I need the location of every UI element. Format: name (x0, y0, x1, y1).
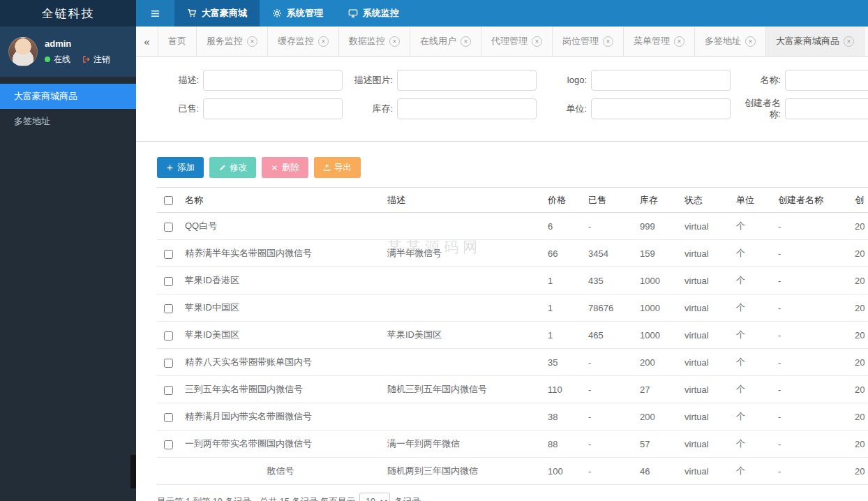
avatar[interactable] (8, 37, 38, 66)
cell-name: 苹果ID香港区 (179, 267, 382, 294)
add-button[interactable]: 添加 (157, 157, 204, 178)
page-size-select[interactable]: 10 (359, 493, 390, 501)
cell-created: 20 (849, 349, 868, 376)
row-checkbox[interactable] (164, 359, 173, 368)
row-checkbox[interactable] (164, 413, 173, 422)
tab[interactable]: 服务监控× (197, 27, 268, 56)
delete-button[interactable]: 删除 (262, 157, 308, 178)
row-checkbox[interactable] (164, 304, 173, 313)
row-checkbox-cell (157, 431, 179, 458)
tab-close-icon[interactable]: × (844, 36, 854, 47)
field-input[interactable] (785, 98, 868, 119)
tab-close-icon[interactable]: × (603, 36, 613, 47)
table-row[interactable]: 苹果ID美国区苹果ID美国区14651000virtual个-20 (157, 322, 868, 349)
edit-icon (218, 164, 226, 172)
tab[interactable]: 多签地址× (695, 27, 766, 56)
sidebar-scrollbar-thumb[interactable] (130, 455, 136, 488)
table-row[interactable]: 三到五年实名带圈国内微信号随机三到五年国内微信号110-27virtual个-2… (157, 376, 868, 403)
row-checkbox[interactable] (164, 223, 173, 232)
tab[interactable]: 菜单管理× (624, 27, 695, 56)
nav-item[interactable]: 大富豪商城 (174, 0, 260, 27)
cell-unit: 个 (731, 322, 772, 349)
cell-creator: - (772, 376, 849, 403)
pagination: 显示第 1 到第 10 条记录，总共 15 条记录 每页显示 10 条记录 (157, 493, 868, 501)
tabs-back-button[interactable]: « (136, 27, 158, 56)
cell-creator: - (772, 240, 849, 267)
row-checkbox[interactable] (164, 250, 173, 259)
row-checkbox-cell (157, 376, 179, 403)
pagination-suffix: 条记录 (394, 496, 421, 501)
row-checkbox[interactable] (164, 277, 173, 286)
field-input[interactable] (591, 98, 731, 119)
tab[interactable]: 数据监控× (339, 27, 410, 56)
cell-status: virtual (679, 240, 731, 267)
select-all-cell (157, 188, 179, 213)
tab-close-icon[interactable]: × (461, 36, 471, 47)
tab[interactable]: 缓存监控× (268, 27, 339, 56)
cell-sold: - (583, 403, 634, 431)
cell-creator: - (772, 403, 849, 431)
cell-unit: 个 (731, 458, 772, 485)
field-input[interactable] (397, 70, 537, 91)
edit-button[interactable]: 修改 (209, 157, 256, 178)
cell-name: 苹果ID中国区 (179, 294, 382, 322)
row-checkbox[interactable] (164, 386, 173, 395)
cell-name: 三到五年实名带圈国内微信号 (179, 376, 382, 403)
button-label: 删除 (282, 162, 299, 174)
tab-close-icon[interactable]: × (674, 36, 684, 47)
sidebar-toggle-button[interactable] (136, 0, 174, 27)
tab[interactable]: 首页 (158, 27, 197, 56)
table-row[interactable]: 精养满半年实名带圈国内微信号满半年微信号663454159virtual个-20 (157, 240, 868, 267)
tab[interactable]: 岗位管理× (553, 27, 624, 56)
tab-label: 代理管理 (491, 35, 527, 47)
tab-close-icon[interactable]: × (247, 36, 257, 47)
row-checkbox-cell (157, 403, 179, 431)
search-field: 库存: (351, 98, 537, 121)
sidebar-menu-item[interactable]: 多签地址 (0, 109, 136, 134)
row-checkbox[interactable] (164, 440, 173, 449)
field-input[interactable] (203, 98, 343, 119)
cell-name: 精养八天实名带圈带账单国内号 (179, 349, 382, 376)
field-label: 描述图片: (351, 75, 393, 86)
logout-button[interactable]: 注销 (82, 54, 110, 66)
cell-created: 20 (849, 458, 868, 485)
app-logo: 全链科技 (0, 0, 136, 27)
search-field: 描述图片: (351, 70, 537, 91)
tab[interactable]: 大富豪商城商品× (766, 27, 865, 56)
sidebar-menu: 大富豪商城商品多签地址 (0, 84, 136, 134)
field-input[interactable] (203, 70, 343, 91)
tab[interactable]: 代理管理× (481, 27, 553, 56)
field-input[interactable] (591, 70, 731, 91)
table-row[interactable]: 精养八天实名带圈带账单国内号35-200virtual个-20 (157, 349, 868, 376)
button-label: 添加 (177, 162, 195, 174)
tab[interactable]: 在线用户× (410, 27, 481, 56)
table-row[interactable]: 苹果ID中国区1786761000virtual个-20 (157, 294, 868, 322)
tab-close-icon[interactable]: × (389, 36, 400, 47)
search-form-row: 已售:库存:单位:创建者名称: (157, 98, 868, 121)
table-row[interactable]: 精养满月国内带实名带圈微信号38-200virtual个-20 (157, 403, 868, 431)
field-input[interactable] (785, 70, 868, 91)
table-row[interactable]: 一到两年带实名带圈国内微信号满一年到两年微信88-57virtual个-20 (157, 431, 868, 458)
tab-close-icon[interactable]: × (745, 36, 756, 47)
cell-name: 散信号 (179, 458, 382, 485)
field-input[interactable] (397, 98, 537, 119)
cell-stock: 46 (634, 458, 679, 485)
button-label: 导出 (334, 162, 352, 174)
cell-desc: 苹果ID美国区 (382, 322, 542, 349)
nav-item[interactable]: 系统监控 (336, 0, 412, 27)
sidebar-menu-item[interactable]: 大富豪商城商品 (0, 84, 136, 109)
nav-item[interactable]: 系统管理 (260, 0, 336, 27)
tabbar: « 首页服务监控×缓存监控×数据监控×在线用户×代理管理×岗位管理×菜单管理×多… (136, 27, 868, 57)
table-row[interactable]: 苹果ID香港区14351000virtual个-20 (157, 267, 868, 294)
cell-creator: - (772, 349, 849, 376)
export-button[interactable]: 导出 (314, 157, 361, 178)
tab-close-icon[interactable]: × (318, 36, 329, 47)
row-checkbox[interactable] (164, 331, 173, 341)
row-checkbox-cell (157, 240, 179, 267)
table-row[interactable]: 散信号随机两到三年国内微信100-46virtual个-20 (157, 458, 868, 485)
cell-desc: 随机三到五年国内微信号 (382, 376, 542, 403)
nav-item-label: 大富豪商城 (202, 7, 247, 20)
tab-close-icon[interactable]: × (532, 36, 542, 47)
select-all-checkbox[interactable] (164, 196, 173, 205)
table-row[interactable]: QQ白号6-999virtual个-20 (157, 213, 868, 240)
